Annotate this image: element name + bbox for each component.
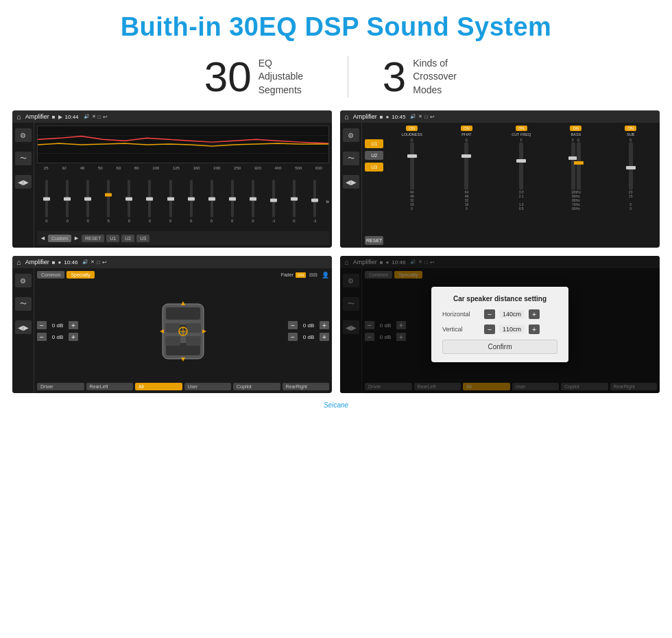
svg-rect-10 [186,336,201,346]
eq-slider-9[interactable]: 0 [223,180,242,223]
eq-slider-4[interactable]: 0 [119,180,139,223]
spk-fl-minus[interactable]: − [37,321,47,329]
spk-btn-user[interactable]: User [184,383,232,390]
eq-slider-8[interactable]: 0 [202,180,221,223]
cr-bass-sliders [571,142,581,190]
close-icon-3[interactable]: ✕ [91,259,95,265]
eq-slider-7[interactable]: 0 [182,180,201,223]
spk-rr-minus[interactable]: − [288,333,298,341]
cr-sidebar-btn-2[interactable]: 〜 [343,152,359,165]
cr-channel-bass: ON BASS F G 100Hz90Hz80Hz70Hz60Hz [550,126,603,245]
cr-u1-btn[interactable]: U1 [365,139,383,148]
eq-slider-10[interactable]: 0 [243,180,263,223]
cr-bass-gain-slider[interactable] [577,142,581,190]
cr-sub-on[interactable]: ON [625,126,636,131]
confirm-button[interactable]: Confirm [442,340,557,354]
spk-rl-plus[interactable]: + [69,333,78,341]
cr-u2-btn[interactable]: U2 [365,151,383,160]
cr-u3-btn[interactable]: U3 [365,163,383,172]
fader-on-badge[interactable]: ON [296,272,306,278]
close-icon-1[interactable]: ✕ [92,114,96,119]
home-icon-2[interactable]: ⌂ [344,113,349,121]
spk-btn-all[interactable]: All [135,383,182,390]
fader-slider-icon[interactable]: ⊟⊟ [309,272,317,278]
cr-bass-freq-slider[interactable] [571,142,575,190]
dialog-horizontal-minus[interactable]: − [484,309,495,319]
volume-icon-1: 🔊 [84,114,90,119]
record-icon-3: ■ [52,259,56,265]
cr-phat-slider[interactable] [464,142,468,190]
cr-cutfreq-slider[interactable] [519,142,523,190]
cr-phat-name: PHAT [461,132,471,137]
dialog-horizontal-plus[interactable]: + [529,309,540,319]
cr-cutfreq-on[interactable]: ON [516,126,527,131]
eq-slider-1[interactable]: 0 [58,180,77,223]
eq-prev-btn[interactable]: ◄ [40,235,46,241]
cr-sub-slider[interactable] [629,142,633,190]
eq-next-btn[interactable]: ► [73,235,80,241]
spk-btn-rearleft[interactable]: RearLeft [86,383,134,390]
cr-loudness-slider[interactable] [410,142,414,190]
home-icon-1[interactable]: ⌂ [16,113,21,121]
spk-btn-driver[interactable]: Driver [37,383,84,390]
dialog-vertical-minus[interactable]: − [484,324,495,334]
eq-sidebar-btn-2[interactable]: 〜 [15,152,32,165]
spk-tab-common[interactable]: Common [37,271,64,279]
eq-slider-13[interactable]: -1 [305,180,324,223]
eq-sidebar-btn-3[interactable]: ◀▶ [15,175,32,189]
eq-slider-11[interactable]: -1 [264,180,283,223]
cr-phat-on[interactable]: ON [461,126,472,131]
page-title: Buith-in 30EQ DSP Sound System [0,0,672,49]
cr-sub-name: SUB [627,132,634,137]
window-icon-3[interactable]: □ [97,260,99,265]
spk-fr-minus[interactable]: − [288,321,298,329]
spk-tab-specialty[interactable]: Specialty [67,271,94,279]
cr-main: U1 U2 U3 RESET ON LOUDNESS G [362,123,660,248]
eq-sidebar-btn-1[interactable]: ⚙ [15,128,32,142]
eq-slider-12[interactable]: 0 [285,180,304,223]
spk-sidebar-btn-1[interactable]: ⚙ [15,274,32,287]
cr-sidebar-btn-1[interactable]: ⚙ [343,128,359,142]
back-icon-1[interactable]: ↩ [103,114,108,120]
eq-slider-2[interactable]: 0 [78,180,97,223]
cr-sidebar-btn-3[interactable]: ◀▶ [343,175,359,189]
status-bar-3: ⌂ Amplifier ■ ● 10:46 🔊 ✕ □ ↩ [12,256,332,268]
eq-u2-btn[interactable]: U2 [121,235,134,242]
back-icon-2[interactable]: ↩ [430,114,435,120]
dialog-horizontal-label: Horizontal [442,311,480,318]
cr-loudness-on[interactable]: ON [406,126,418,131]
eq-reset-btn[interactable]: RESET [82,235,104,242]
spk-fr-value: 0 dB [300,322,317,329]
spk-profile-icon[interactable]: 👤 [322,272,329,279]
cr-reset-area: RESET [365,229,383,245]
home-icon-3[interactable]: ⌂ [16,258,21,266]
dialog-vertical-plus[interactable]: + [529,324,540,334]
cr-cutfreq-name: CUT FREQ [512,132,531,137]
stat-eq: 30 EQ Adjustable Segments [170,56,348,98]
eq-slider-0[interactable]: 0 [37,180,56,223]
eq-more-icon[interactable]: » [326,198,329,205]
spk-row-rr: − 0 dB + [288,333,329,341]
close-icon-2[interactable]: ✕ [418,114,422,119]
spk-fr-plus[interactable]: + [320,321,329,329]
cr-reset-btn[interactable]: RESET [365,236,383,245]
dot-icon-2: ● [386,114,389,120]
spk-sidebar-btn-2[interactable]: 〜 [15,297,32,311]
app-name-3: Amplifier [25,259,49,265]
spk-fl-plus[interactable]: + [69,321,78,329]
spk-btn-rearright[interactable]: RearRight [283,383,330,390]
eq-u3-btn[interactable]: U3 [136,235,149,242]
eq-u1-btn[interactable]: U1 [106,235,119,242]
spk-rr-plus[interactable]: + [320,333,329,341]
back-icon-3[interactable]: ↩ [102,259,107,265]
cr-bass-on[interactable]: ON [570,126,581,131]
window-icon-2[interactable]: □ [424,115,427,119]
eq-slider-5[interactable]: 0 [140,180,159,223]
eq-slider-6[interactable]: 0 [160,180,180,223]
eq-screen-content: ⚙ 〜 ◀▶ [12,123,332,248]
spk-btn-copilot[interactable]: Copilot [233,383,280,390]
spk-rl-minus[interactable]: − [37,333,47,341]
eq-slider-3[interactable]: 5 [99,180,118,223]
window-icon-1[interactable]: □ [98,115,101,119]
spk-sidebar-btn-3[interactable]: ◀▶ [15,320,32,334]
